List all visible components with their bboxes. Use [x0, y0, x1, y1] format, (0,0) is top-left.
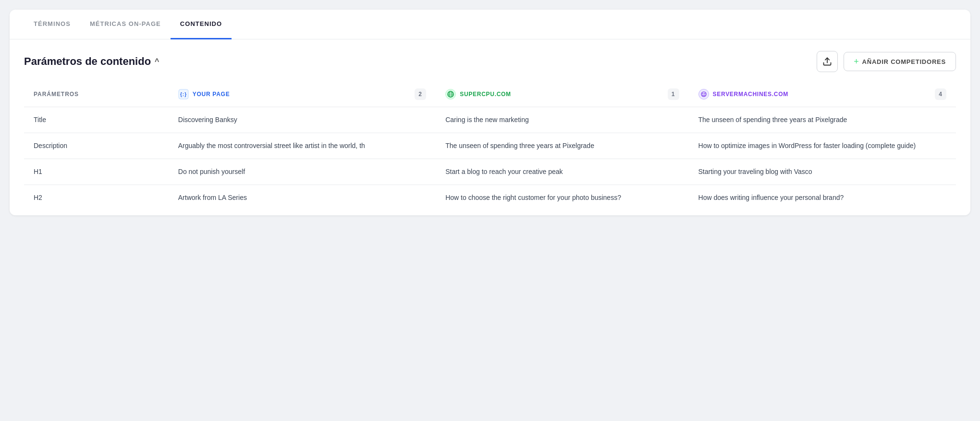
row-param-label: H1: [24, 159, 169, 185]
row-servermachines-value: How does writing influence your personal…: [689, 185, 956, 211]
row-supercpu-value: The unseen of spending three years at Pi…: [436, 133, 688, 159]
row-servermachines-value: The unseen of spending three years at Pi…: [689, 107, 956, 133]
upload-icon: [822, 57, 832, 66]
supercpu-badge: 1: [668, 88, 679, 100]
row-supercpu-value: Start a blog to reach your creative peak: [436, 159, 688, 185]
plus-icon: +: [854, 57, 859, 66]
header-actions: + AÑADIR COMPETIDORES: [817, 51, 956, 72]
table-row: Description Arguably the most controvers…: [24, 133, 956, 159]
row-your-page-value: Artwork from LA Series: [169, 185, 436, 211]
table-row: Title Discovering Banksy Caring is the n…: [24, 107, 956, 133]
your-page-label: YOUR PAGE: [193, 91, 230, 98]
row-supercpu-value: Caring is the new marketing: [436, 107, 688, 133]
section-header: Parámetros de contenido ^ + AÑADIR COMPE…: [10, 39, 970, 82]
table-row: H1 Do not punish yourself Start a blog t…: [24, 159, 956, 185]
servermachines-icon: [698, 89, 709, 99]
col-header-your-page: {:} YOUR PAGE 2: [169, 82, 436, 107]
section-title: Parámetros de contenido ^: [24, 55, 159, 68]
row-servermachines-value: How to optimize images in WordPress for …: [689, 133, 956, 159]
tab-terminos[interactable]: TÉRMINOS: [24, 10, 80, 39]
supercpu-label: SUPERCPU.COM: [460, 91, 511, 98]
row-param-label: Description: [24, 133, 169, 159]
your-page-icon: {:}: [178, 89, 189, 99]
your-page-badge: 2: [415, 88, 426, 100]
row-your-page-value: Do not punish yourself: [169, 159, 436, 185]
servermachines-badge: 4: [935, 88, 946, 100]
svg-text:{:}: {:}: [180, 92, 187, 97]
col-header-params: PARÁMETROS: [24, 82, 169, 107]
row-supercpu-value: How to choose the right customer for you…: [436, 185, 688, 211]
tab-contenido[interactable]: CONTENIDO: [171, 10, 232, 39]
upload-button[interactable]: [817, 51, 838, 72]
add-competitor-button[interactable]: + AÑADIR COMPETIDORES: [844, 52, 956, 71]
col-header-supercpu: SUPERCPU.COM 1: [436, 82, 688, 107]
supercpu-icon: [445, 89, 456, 99]
row-param-label: Title: [24, 107, 169, 133]
section-caret: ^: [155, 57, 159, 66]
row-param-label: H2: [24, 185, 169, 211]
tab-bar: TÉRMINOS MÉTRICAS ON-PAGE CONTENIDO: [10, 10, 970, 39]
svg-point-8: [701, 91, 707, 97]
content-table: PARÁMETROS {:}: [24, 82, 956, 210]
table-row: H2 Artwork from LA Series How to choose …: [24, 185, 956, 211]
main-card: TÉRMINOS MÉTRICAS ON-PAGE CONTENIDO Pará…: [10, 10, 970, 215]
row-your-page-value: Discovering Banksy: [169, 107, 436, 133]
add-competitor-label: AÑADIR COMPETIDORES: [862, 58, 946, 65]
svg-point-11: [704, 93, 705, 94]
servermachines-label: SERVERMACHINES.COM: [713, 91, 788, 98]
row-servermachines-value: Starting your traveling blog with Vasco: [689, 159, 956, 185]
tab-metricas[interactable]: MÉTRICAS ON-PAGE: [80, 10, 171, 39]
table-header-row: PARÁMETROS {:}: [24, 82, 956, 107]
svg-point-10: [702, 93, 703, 94]
col-header-servermachines: SERVERMACHINES.COM 4: [689, 82, 956, 107]
section-title-text: Parámetros de contenido: [24, 55, 151, 68]
table-wrapper: PARÁMETROS {:}: [10, 82, 970, 210]
row-your-page-value: Arguably the most controversial street l…: [169, 133, 436, 159]
